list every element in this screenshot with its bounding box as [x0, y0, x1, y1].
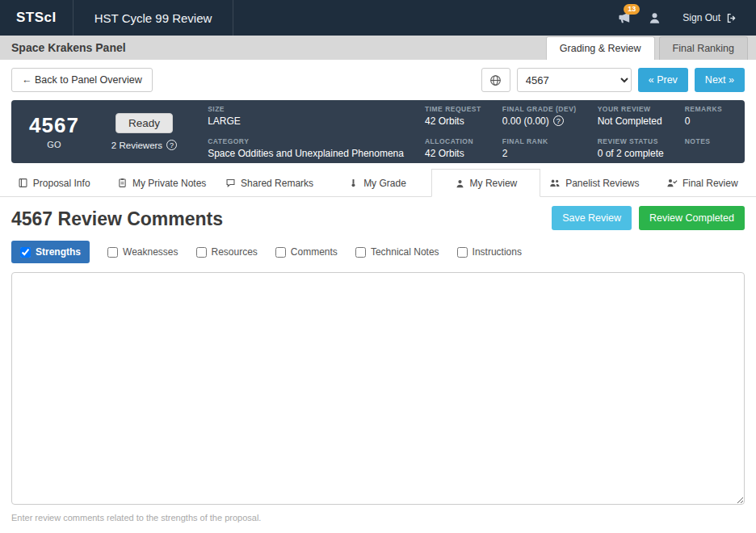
app-title: HST Cycle 99 Review [74, 0, 234, 36]
top-navbar: STScI HST Cycle 99 Review 13 Sign Out [0, 0, 756, 36]
category-strengths[interactable]: Strengths [11, 241, 90, 263]
review-comment-textarea[interactable] [11, 272, 745, 505]
proposal-toolbar: ← Back to Panel Overview 4567 « Prev Nex… [0, 60, 756, 99]
stat-allocation: ALLOCATION 42 Orbits [425, 137, 481, 159]
stat-final-rank: FINAL RANK 2 [502, 137, 577, 159]
user-icon [455, 178, 465, 189]
panel-title: Space Krakens Panel [0, 41, 126, 54]
stat-remarks: REMARKS 0 [685, 105, 722, 127]
sign-out-icon [726, 13, 737, 23]
content-tab-bar: Proposal Info My Private Notes Shared Re… [0, 169, 756, 197]
tab-proposal-info[interactable]: Proposal Info [0, 169, 107, 196]
stat-notes: NOTES [685, 137, 722, 159]
prev-proposal-button[interactable]: « Prev [638, 68, 688, 92]
notifications-button[interactable]: 13 [617, 10, 632, 25]
stat-review-status: REVIEW STATUS 0 of 2 complete [598, 137, 664, 159]
proposal-summary-card: 4567 GO Ready 2 Reviewers ? SIZE LARGE C… [11, 100, 745, 163]
category-comments[interactable]: Comments [275, 246, 338, 258]
comment-category-toggles: Strengths Weaknesses Resources Comments … [11, 241, 745, 263]
tab-label: My Review [470, 178, 518, 189]
tab-label: My Grade [363, 178, 406, 189]
comments-checkbox[interactable] [275, 247, 286, 258]
stat-size: SIZE LARGE [208, 105, 404, 127]
stat-category: CATEGORY Space Oddities and Unexplained … [208, 137, 404, 159]
tab-my-review[interactable]: My Review [431, 169, 540, 197]
comment-hint-text: Enter review comments related to the str… [11, 513, 745, 523]
user-check-icon [666, 178, 678, 188]
resources-checkbox[interactable] [196, 247, 207, 258]
page-title: 4567 Review Comments [11, 208, 223, 230]
tab-panelist-reviews[interactable]: Panelist Reviews [540, 169, 648, 196]
panel-bar: Space Krakens Panel Grading & Review Fin… [0, 36, 756, 60]
review-actions: Save Review Review Completed [552, 206, 745, 230]
category-technical-notes[interactable]: Technical Notes [355, 246, 439, 258]
category-label: Resources [212, 246, 258, 258]
next-proposal-button[interactable]: Next » [695, 68, 745, 92]
stat-your-review: YOUR REVIEW Not Completed [598, 105, 664, 127]
proposal-status-block: Ready 2 Reviewers ? [111, 113, 177, 150]
category-resources[interactable]: Resources [196, 246, 258, 258]
users-icon [549, 178, 561, 188]
stat-final-grade: FINAL GRADE (DEV) 0.00 (0.00) ? [502, 105, 577, 127]
proposal-stats-grid: SIZE LARGE CATEGORY Space Oddities and U… [208, 105, 722, 159]
sign-out-label: Sign Out [682, 12, 720, 23]
category-instructions[interactable]: Instructions [457, 246, 522, 258]
sign-out-button[interactable]: Sign Out [678, 11, 741, 24]
tab-final-review[interactable]: Final Review [649, 169, 756, 196]
tab-shared-remarks[interactable]: Shared Remarks [216, 169, 323, 196]
tab-final-ranking[interactable]: Final Ranking [659, 36, 748, 60]
account-button[interactable] [648, 11, 662, 25]
category-label: Weaknesses [123, 246, 178, 258]
tab-label: Proposal Info [33, 178, 90, 189]
tab-label: Panelist Reviews [565, 178, 639, 189]
category-weaknesses[interactable]: Weaknesses [107, 246, 178, 258]
navbar-actions: 13 Sign Out [617, 10, 756, 25]
tab-my-private-notes[interactable]: My Private Notes [107, 169, 215, 196]
tab-label: Shared Remarks [241, 178, 313, 189]
instructions-checkbox[interactable] [457, 247, 468, 258]
panel-mode-tabs: Grading & Review Final Ranking [546, 36, 756, 60]
category-label: Instructions [472, 246, 522, 258]
tab-my-grade[interactable]: My Grade [323, 169, 430, 196]
back-to-panel-overview-button[interactable]: ← Back to Panel Overview [11, 68, 153, 92]
reviewers-count: 2 Reviewers ? [111, 140, 177, 150]
strengths-checkbox[interactable] [20, 247, 31, 258]
review-header: 4567 Review Comments Save Review Review … [11, 205, 745, 230]
clipboard-icon [117, 178, 128, 188]
globe-icon [489, 74, 502, 86]
category-label: Technical Notes [371, 246, 439, 258]
proposal-number: 4567 [29, 114, 79, 137]
save-review-button[interactable]: Save Review [552, 206, 632, 230]
tab-label: My Private Notes [132, 178, 206, 189]
proposal-type: GO [29, 140, 79, 149]
tab-grading-and-review[interactable]: Grading & Review [546, 36, 655, 60]
reviewers-label: 2 Reviewers [111, 141, 162, 150]
review-completed-button[interactable]: Review Completed [639, 206, 745, 230]
review-section: 4567 Review Comments Save Review Review … [0, 197, 756, 523]
final-grade-help-icon[interactable]: ? [553, 115, 564, 126]
final-grade-value: 0.00 (0.00) [502, 115, 549, 127]
stsci-logo[interactable]: STScI [0, 0, 74, 36]
notification-badge: 13 [624, 4, 640, 15]
proposal-navigation: 4567 « Prev Next » [481, 68, 745, 92]
book-icon [18, 178, 28, 188]
ready-status-button[interactable]: Ready [116, 113, 173, 133]
thermometer-icon [348, 178, 359, 188]
category-label: Strengths [36, 246, 81, 258]
category-label: Comments [291, 246, 338, 258]
tab-label: Final Review [682, 178, 738, 189]
stat-time-request: TIME REQUEST 42 Orbits [425, 105, 481, 127]
technical-notes-checkbox[interactable] [355, 247, 366, 258]
weaknesses-checkbox[interactable] [107, 247, 118, 258]
chat-icon [225, 178, 236, 188]
proposal-select[interactable]: 4567 [517, 68, 632, 92]
user-icon [648, 11, 662, 25]
reviewers-help-icon[interactable]: ? [166, 140, 177, 150]
proposal-id-block: 4567 GO [29, 114, 79, 150]
globe-button[interactable] [481, 68, 510, 92]
